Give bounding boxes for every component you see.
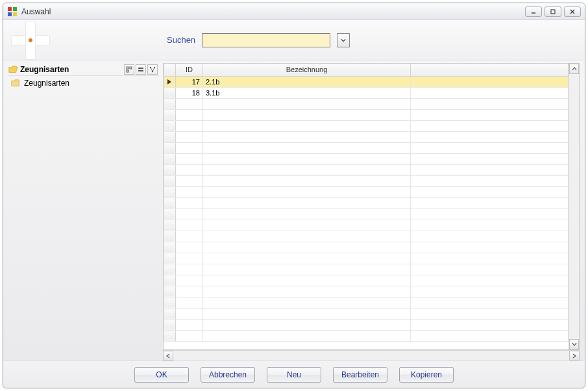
search-label: Suchen (167, 35, 195, 45)
table-row (164, 109, 569, 120)
table-row (164, 186, 569, 197)
row-marker (164, 231, 176, 242)
edit-button[interactable]: Bearbeiten (333, 367, 387, 383)
grid-header-id[interactable]: ID (176, 64, 203, 76)
table-row (164, 98, 569, 109)
minimize-button[interactable] (525, 6, 542, 17)
cell-spacer (411, 208, 569, 220)
tree-expand-all-button[interactable] (124, 64, 134, 75)
row-marker (164, 109, 176, 120)
table-row[interactable]: 172.1b (164, 76, 569, 87)
cell-bezeichnung (203, 153, 411, 164)
search-dropdown-button[interactable] (337, 33, 350, 47)
cell-spacer (411, 231, 569, 242)
svg-rect-9 (130, 67, 132, 69)
row-marker (164, 297, 176, 308)
table-row[interactable]: 183.1b (164, 87, 569, 98)
row-marker (164, 164, 176, 175)
cell-id (176, 308, 203, 319)
cell-bezeichnung (203, 220, 411, 231)
cell-spacer (411, 286, 569, 297)
cell-bezeichnung (203, 120, 411, 131)
table-row (164, 197, 569, 208)
table-row (164, 242, 569, 253)
table-row (164, 297, 569, 308)
grid-wrapper: ID Bezeichnung 172.1b183.1b (163, 63, 580, 350)
cell-spacer (411, 297, 569, 308)
cell-bezeichnung[interactable]: 3.1b (203, 87, 411, 98)
svg-rect-10 (127, 70, 129, 72)
row-marker (164, 120, 176, 131)
table-row (164, 330, 569, 341)
grid-panel: ID Bezeichnung 172.1b183.1b (163, 63, 580, 360)
cell-id (176, 142, 203, 153)
cancel-button[interactable]: Abbrechen (201, 367, 255, 383)
cell-bezeichnung (203, 264, 411, 275)
cell-spacer (411, 109, 569, 120)
cell-bezeichnung (203, 286, 411, 297)
tree-item[interactable]: Zeugnisarten (8, 77, 159, 89)
table-row (164, 153, 569, 164)
tree-hierarchy-button[interactable] (147, 64, 158, 75)
ok-button[interactable]: OK (134, 367, 189, 383)
svg-rect-12 (138, 70, 143, 71)
cell-bezeichnung (203, 208, 411, 220)
scroll-left-button[interactable] (163, 351, 173, 360)
maximize-button[interactable] (545, 6, 561, 17)
cell-bezeichnung (203, 109, 411, 120)
cell-id (176, 208, 203, 220)
row-marker (164, 131, 176, 142)
row-marker (164, 264, 176, 275)
svg-rect-2 (8, 12, 12, 16)
cell-id[interactable]: 17 (176, 76, 203, 87)
row-marker (164, 98, 176, 109)
data-grid[interactable]: ID Bezeichnung 172.1b183.1b (164, 64, 569, 342)
scroll-right-button[interactable] (569, 351, 580, 360)
table-row (164, 131, 569, 142)
svg-rect-5 (551, 10, 555, 14)
cell-spacer (411, 76, 569, 87)
row-marker (164, 197, 176, 208)
cell-id (176, 220, 203, 231)
close-button[interactable] (564, 6, 581, 17)
cell-id[interactable]: 18 (176, 87, 203, 98)
cell-spacer (411, 275, 569, 286)
grid-header-bezeichnung[interactable]: Bezeichnung (203, 64, 411, 76)
row-marker[interactable] (164, 76, 176, 87)
scroll-down-button[interactable] (569, 339, 579, 349)
cell-spacer (411, 253, 569, 264)
cell-bezeichnung (203, 164, 411, 175)
table-row (164, 208, 569, 220)
cell-id (176, 253, 203, 264)
copy-button[interactable]: Kopieren (399, 367, 454, 383)
cell-id (176, 186, 203, 197)
grid-scroll-area[interactable]: ID Bezeichnung 172.1b183.1b (164, 64, 569, 349)
row-marker (164, 286, 176, 297)
cell-spacer (411, 153, 569, 164)
cell-bezeichnung (203, 242, 411, 253)
cell-spacer (411, 131, 569, 142)
cell-bezeichnung[interactable]: 2.1b (203, 76, 411, 87)
new-button[interactable]: Neu (267, 367, 321, 383)
tree-item-label: Zeugnisarten (24, 79, 69, 88)
vertical-scrollbar[interactable] (569, 64, 579, 349)
row-marker (164, 242, 176, 253)
scroll-up-button[interactable] (569, 64, 579, 74)
horizontal-scrollbar[interactable] (163, 350, 580, 360)
row-marker (164, 220, 176, 231)
cell-bezeichnung (203, 197, 411, 208)
row-marker (164, 253, 176, 264)
row-marker[interactable] (164, 87, 176, 98)
cell-id (176, 98, 203, 109)
grid-header-marker[interactable] (164, 64, 176, 76)
row-marker (164, 308, 176, 319)
cell-bezeichnung (203, 275, 411, 286)
row-marker (164, 275, 176, 286)
cell-spacer (411, 319, 569, 330)
tree-collapse-all-button[interactable] (136, 64, 146, 75)
search-input[interactable] (202, 33, 330, 47)
cell-spacer (411, 264, 569, 275)
window-title: Auswahl (21, 7, 525, 16)
tree-header-label: Zeugnisarten (20, 65, 69, 74)
titlebar[interactable]: Auswahl (3, 3, 585, 20)
